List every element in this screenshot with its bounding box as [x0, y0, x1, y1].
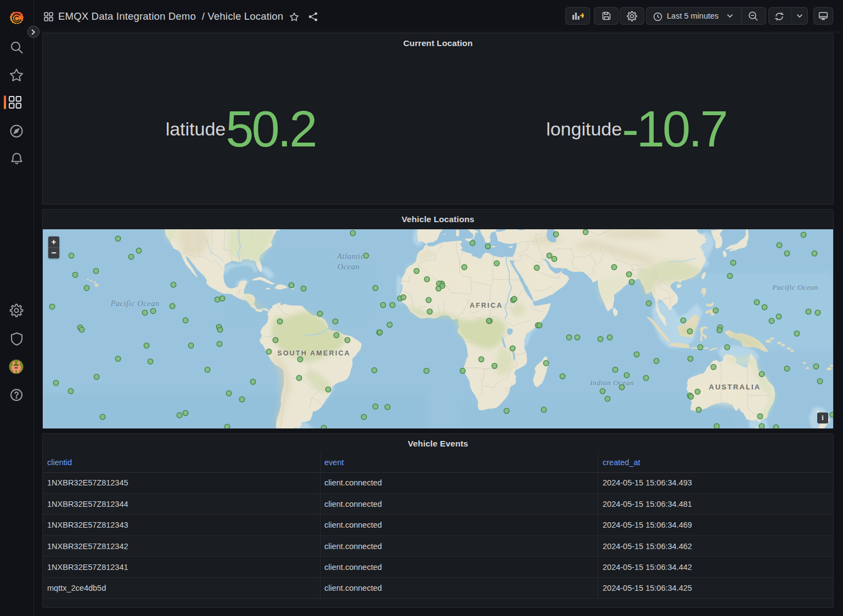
svg-text:SOUTH AMERICA: SOUTH AMERICA — [277, 349, 351, 357]
svg-text:Ocean: Ocean — [338, 262, 359, 271]
svg-text:Indian Ocean: Indian Ocean — [589, 378, 634, 387]
svg-text:Pacific Ocean: Pacific Ocean — [772, 283, 818, 291]
svg-text:AFRICA: AFRICA — [470, 302, 503, 309]
svg-text:Pacific Ocean: Pacific Ocean — [110, 299, 159, 308]
svg-text:AUSTRALIA: AUSTRALIA — [709, 383, 761, 391]
svg-text:Atlantic: Atlantic — [336, 252, 364, 261]
